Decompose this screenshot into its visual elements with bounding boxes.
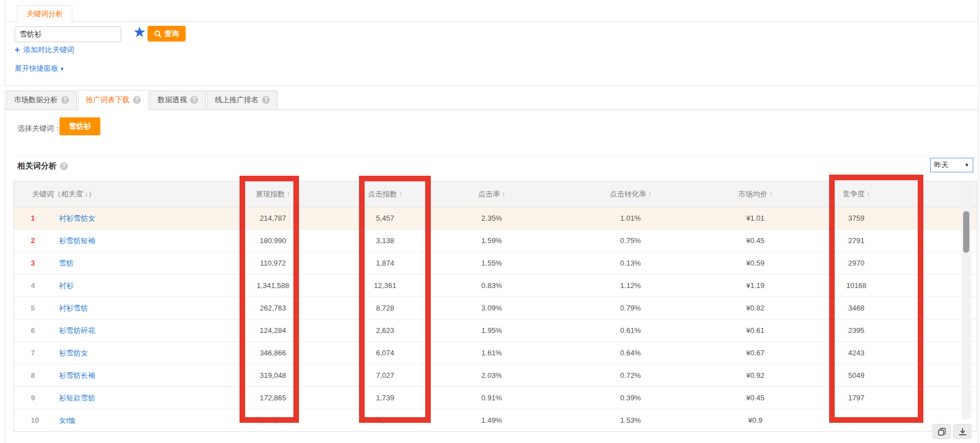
keyword-link[interactable]: 女t恤: [59, 416, 76, 424]
main-panel: 市场数据分析?推广词表下载?数据透视?线上推广排名? 选择关键词： 雪纺衫 相关…: [4, 90, 979, 443]
cell-clicks: 8,728: [324, 297, 447, 319]
column-header-label: 点击指数: [368, 190, 397, 198]
keyword-analysis-page: 关键词分析 ★ 查询 + 添加对比关键词 展开快捷面板▼ 市场数据分析?推广词表…: [0, 0, 980, 443]
query-button-label: 查询: [164, 29, 179, 39]
column-header-clicks[interactable]: 点击指数↑: [324, 181, 447, 207]
copy-table-button[interactable]: [932, 424, 951, 439]
search-icon: [154, 30, 162, 38]
cell-impressions: 1,341,588: [223, 275, 324, 297]
keyword-link[interactable]: 衫雪纺短袖: [59, 236, 95, 245]
cell-keyword: 7衫雪纺女: [14, 342, 223, 364]
help-icon[interactable]: ?: [190, 96, 198, 104]
help-icon[interactable]: ?: [133, 96, 141, 104]
column-header-label: 点击率: [479, 190, 500, 198]
tab-online-rank[interactable]: 线上推广排名?: [207, 90, 278, 110]
keyword-link[interactable]: 衬衫: [59, 281, 73, 290]
section-divider: [16, 156, 967, 156]
cell-price: ¥1.19: [725, 275, 786, 297]
cell-ctr: 1.49%: [447, 409, 537, 432]
tab-data-pivot[interactable]: 数据透视?: [150, 90, 206, 110]
cell-impressions: 124,284: [223, 319, 324, 342]
table-scrollbar-thumb[interactable]: [963, 211, 969, 253]
column-header-label: 关键词（相关度: [32, 190, 83, 198]
favorite-star-icon[interactable]: ★: [133, 24, 146, 40]
help-icon[interactable]: ?: [61, 96, 69, 104]
table-row: 6衫雪纺碎花124,2842,6231.95%0.61%¥0.612395: [14, 319, 977, 342]
cell-price: ¥0.45: [725, 230, 786, 252]
keyword-link[interactable]: 衫雪纺碎花: [59, 326, 95, 335]
cell-keyword: 9衫短款雪纺: [14, 387, 223, 409]
cell-keyword: 2衫雪纺短袖: [14, 230, 223, 252]
rank-number: 8: [31, 371, 44, 380]
column-header-cvr[interactable]: 点击转化率↑: [537, 181, 725, 207]
table-row: 9衫短款雪纺172,8651,7390.91%0.39%¥0.451797: [14, 387, 977, 409]
caret-down-icon: ▼: [964, 162, 969, 168]
cell-clicks: 1,874: [324, 252, 447, 275]
cell-price: ¥1.01: [725, 207, 786, 230]
rank-number: 3: [31, 259, 44, 267]
add-compare-label: 添加对比关键词: [23, 45, 74, 55]
tab-market-data[interactable]: 市场数据分析?: [6, 90, 77, 110]
top-panel: 关键词分析 ★ 查询 + 添加对比关键词 展开快捷面板▼: [4, 0, 979, 86]
sort-asc-icon: ↑: [867, 190, 870, 198]
keyword-link[interactable]: 衬衫雪纺: [59, 304, 88, 312]
keyword-link[interactable]: 衫雪纺女: [59, 349, 88, 357]
cell-impressions: 180,990: [223, 230, 324, 252]
column-header-ctr[interactable]: 点击率↑: [447, 181, 537, 207]
cell-ctr: 1.59%: [447, 230, 537, 252]
date-range-select[interactable]: 昨天 ▼: [930, 158, 973, 172]
help-icon[interactable]: ?: [262, 96, 270, 104]
cell-price: ¥0.67: [725, 342, 786, 364]
cell-competition: 13734: [786, 409, 927, 432]
tab-keyword-analysis[interactable]: 关键词分析: [17, 5, 72, 22]
column-header-label: 展现指数: [256, 190, 285, 198]
column-header-competition[interactable]: 竞争度↑: [786, 181, 927, 207]
table-row: 3雪纺110,9721,8741.55%0.13%¥0.592970: [14, 252, 977, 275]
cell-keyword: 10女t恤: [14, 409, 223, 432]
cell-competition: 2970: [786, 252, 927, 275]
cell-price: ¥0.92: [725, 364, 786, 387]
selected-keyword-chip[interactable]: 雪纺衫: [59, 117, 100, 135]
rank-number: 10: [31, 416, 44, 424]
tab-label: 数据透视: [158, 95, 187, 105]
column-header-label: 市场均价: [738, 190, 767, 198]
query-button[interactable]: 查询: [148, 26, 186, 42]
cell-competition: 3468: [786, 297, 927, 319]
cell-keyword: 3雪纺: [14, 252, 223, 275]
keyword-link[interactable]: 衫短款雪纺: [59, 394, 95, 402]
column-header-keyword[interactable]: 关键词（相关度↓）: [14, 181, 223, 207]
help-icon[interactable]: ?: [60, 162, 68, 170]
cell-price: ¥0.45: [725, 387, 786, 409]
cell-keyword: 8衫雪纺长袖: [14, 364, 223, 387]
cell-clicks: 3,138: [324, 230, 447, 252]
table-row: 2衫雪纺短袖180,9903,1381.59%0.75%¥0.452791: [14, 230, 977, 252]
expand-quick-panel-link[interactable]: 展开快捷面板▼: [15, 63, 65, 74]
cell-cvr: 1.01%: [537, 207, 725, 230]
cell-impressions: 319,048: [223, 364, 324, 387]
sort-asc-icon: ↑: [287, 190, 290, 198]
keyword-link[interactable]: 雪纺: [59, 259, 73, 267]
column-header-impressions[interactable]: 展现指数↑: [223, 181, 324, 207]
cell-ctr: 0.83%: [447, 275, 537, 297]
column-header-label: 点击转化率: [610, 190, 646, 198]
table-row: 1衬衫雪纺女214,7875,4572.35%1.01%¥1.013759: [14, 207, 977, 230]
keyword-link[interactable]: 衫雪纺长袖: [59, 371, 95, 380]
column-header-price[interactable]: 市场均价↑: [725, 181, 786, 207]
add-compare-keyword-link[interactable]: + 添加对比关键词: [15, 45, 74, 55]
table-row: 10女t恤4,454,15472,3401.49%1.53%¥0.913734: [14, 409, 977, 432]
related-words-title-text: 相关词分析: [17, 161, 57, 171]
cell-clicks: 6,074: [324, 342, 447, 364]
keyword-search-input[interactable]: [15, 26, 121, 42]
table-row: 8衫雪纺长袖319,0487,0272.03%0.72%¥0.925049: [14, 364, 977, 387]
cell-ctr: 3.09%: [447, 297, 537, 319]
cell-ctr: 2.03%: [447, 364, 537, 387]
cell-competition: 2395: [786, 319, 927, 342]
keyword-link[interactable]: 衬衫雪纺女: [59, 214, 95, 222]
cell-competition: 2791: [786, 230, 927, 252]
cell-competition: 3759: [786, 207, 927, 230]
tab-promo-wordlist[interactable]: 推广词表下载?: [78, 90, 149, 110]
cell-keyword: 4衬衫: [14, 275, 223, 297]
tab-label: 市场数据分析: [14, 95, 58, 105]
download-button[interactable]: [953, 424, 972, 439]
cell-clicks: 5,457: [324, 207, 447, 230]
